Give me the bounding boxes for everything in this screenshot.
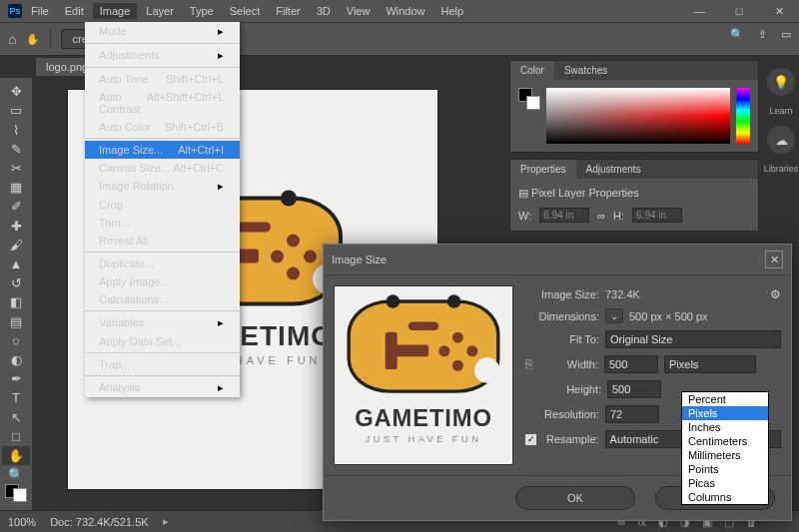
menu-image[interactable]: Image [93, 3, 138, 19]
hand-tool-icon[interactable]: ✋ [26, 33, 40, 46]
menu-window[interactable]: Window [379, 3, 431, 19]
libraries-label: Libraries [764, 164, 799, 174]
share-icon[interactable]: ⇪ [758, 28, 767, 41]
constrain-link-icon[interactable]: ⎘ [525, 357, 532, 371]
menu-reveal-all[interactable]: Reveal All [85, 232, 240, 250]
resolution-label: Resolution: [525, 408, 599, 420]
hue-bar[interactable] [736, 88, 750, 144]
menu-select[interactable]: Select [223, 3, 268, 19]
eyedropper-tool[interactable]: ✐ [2, 197, 30, 216]
menu-auto-contrast[interactable]: Auto ContrastAlt+Shift+Ctrl+L [85, 88, 240, 118]
close-button[interactable]: ✕ [759, 0, 799, 22]
tab-color[interactable]: Color [510, 61, 554, 80]
image-menu-dropdown: Mode Adjustments Auto ToneShift+Ctrl+L A… [85, 22, 240, 397]
unit-millimeters[interactable]: Millimeters [682, 448, 768, 462]
menu-view[interactable]: View [340, 3, 378, 19]
menu-apply-dataset: Apply Data Set... [85, 332, 240, 350]
color-swatch[interactable] [5, 484, 27, 502]
menu-image-rotation[interactable]: Image Rotation [85, 177, 240, 196]
gear-icon[interactable]: ⚙ [770, 287, 781, 301]
dialog-close-button[interactable]: ✕ [765, 251, 783, 268]
lasso-tool[interactable]: ⌇ [2, 120, 30, 139]
menu-file[interactable]: File [24, 3, 56, 19]
shape-tool[interactable]: □ [2, 427, 30, 446]
path-select-tool[interactable]: ↖ [2, 407, 30, 426]
menu-filter[interactable]: Filter [269, 3, 307, 19]
prop-height[interactable] [632, 208, 682, 223]
healing-tool[interactable]: ✚ [2, 216, 30, 235]
hand-tool[interactable]: ✋ [2, 446, 30, 465]
width-unit-select[interactable]: Pixels [664, 355, 756, 373]
tab-adjustments[interactable]: Adjustments [576, 160, 651, 179]
blur-tool[interactable]: ○ [2, 331, 30, 350]
menu-image-size[interactable]: Image Size...Alt+Ctrl+I [85, 141, 240, 159]
menu-help[interactable]: Help [434, 3, 471, 19]
right-panels: Color Swatches Properties Adjustments ▤ … [509, 60, 759, 238]
brush-tool[interactable]: 🖌 [2, 236, 30, 255]
menu-trim[interactable]: Trim... [85, 214, 240, 232]
menu-auto-color[interactable]: Auto ColorShift+Ctrl+B [85, 118, 240, 136]
minimize-button[interactable]: — [679, 0, 719, 22]
unit-dropdown: Percent Pixels Inches Centimeters Millim… [681, 391, 769, 505]
dodge-tool[interactable]: ◐ [2, 350, 30, 369]
menu-edit[interactable]: Edit [58, 3, 91, 19]
menu-3d[interactable]: 3D [310, 3, 338, 19]
unit-pixels[interactable]: Pixels [682, 406, 768, 420]
home-icon[interactable]: ⌂ [8, 31, 16, 47]
menu-mode[interactable]: Mode [85, 22, 240, 41]
menu-crop[interactable]: Crop [85, 196, 240, 214]
foreground-background-swatch[interactable] [518, 88, 540, 110]
stamp-tool[interactable]: ▲ [2, 255, 30, 273]
height-input[interactable] [607, 380, 661, 398]
marquee-tool[interactable]: ▭ [2, 101, 30, 120]
options-right-icons: 🔍 ⇪ ▭ [730, 28, 791, 41]
gradient-tool[interactable]: ▤ [2, 311, 30, 330]
unit-columns[interactable]: Columns [682, 490, 768, 504]
fit-to-select[interactable]: Original Size [605, 330, 781, 348]
zoom-tool[interactable]: 🔍 [2, 465, 30, 484]
eraser-tool[interactable]: ◧ [2, 292, 30, 311]
menu-analysis[interactable]: Analysis [85, 378, 240, 397]
menu-type[interactable]: Type [183, 3, 221, 19]
move-tool[interactable]: ✥ [2, 82, 30, 101]
unit-inches[interactable]: Inches [682, 420, 768, 434]
tab-swatches[interactable]: Swatches [554, 61, 617, 80]
menu-canvas-size[interactable]: Canvas Size...Alt+Ctrl+C [85, 159, 240, 177]
menu-apply-image[interactable]: Apply Image... [85, 272, 240, 290]
menu-variables[interactable]: Variables [85, 313, 240, 332]
frame-tool[interactable]: ▦ [2, 178, 30, 197]
width-input[interactable] [604, 355, 658, 373]
prop-width[interactable] [539, 208, 589, 223]
menu-auto-tone[interactable]: Auto ToneShift+Ctrl+L [85, 70, 240, 88]
link-icon[interactable]: ∞ [597, 210, 605, 222]
menu-layer[interactable]: Layer [139, 3, 181, 19]
ok-button[interactable]: OK [515, 486, 635, 510]
unit-points[interactable]: Points [682, 462, 768, 476]
quick-select-tool[interactable]: ✎ [2, 140, 30, 159]
unit-percent[interactable]: Percent [682, 392, 768, 406]
dialog-title: Image Size [332, 254, 387, 266]
statusbar-menu[interactable]: ▸ [163, 515, 169, 528]
maximize-button[interactable]: □ [719, 0, 759, 22]
type-tool[interactable]: T [2, 388, 30, 407]
image-size-dialog: Image Size ✕ GAMETIMO JUST HAVE FUN Imag… [323, 244, 792, 521]
history-brush-tool[interactable]: ↺ [2, 273, 30, 292]
zoom-level[interactable]: 100% [8, 516, 36, 528]
pen-tool[interactable]: ✒ [2, 369, 30, 388]
tab-properties[interactable]: Properties [510, 160, 576, 179]
menu-adjustments[interactable]: Adjustments [85, 46, 240, 65]
workspace-icon[interactable]: ▭ [781, 28, 791, 41]
learn-icon[interactable]: 💡 [767, 68, 795, 96]
width-label: Width: [540, 358, 598, 370]
search-icon[interactable]: 🔍 [730, 28, 744, 41]
unit-picas[interactable]: Picas [682, 476, 768, 490]
menu-duplicate[interactable]: Duplicate... [85, 255, 240, 272]
crop-tool[interactable]: ✂ [2, 159, 30, 178]
menu-calculations[interactable]: Calculations... [85, 290, 240, 308]
resolution-input[interactable] [605, 405, 659, 423]
unit-centimeters[interactable]: Centimeters [682, 434, 768, 448]
resample-checkbox[interactable]: ✓ [525, 434, 536, 445]
color-spectrum[interactable] [546, 88, 730, 144]
libraries-icon[interactable]: ☁ [767, 126, 795, 154]
dimensions-dropdown[interactable]: ⌄ [605, 308, 623, 323]
